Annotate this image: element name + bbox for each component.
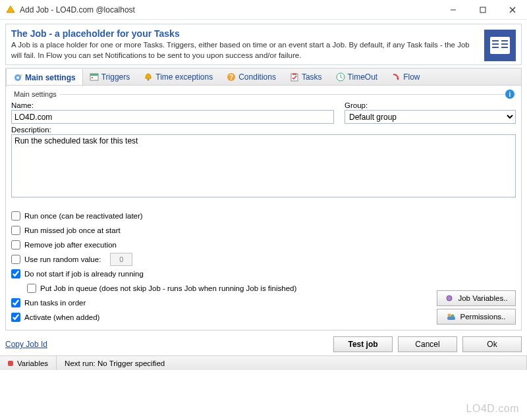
clock-icon	[336, 72, 345, 82]
clipboard-icon	[290, 72, 299, 82]
tabstrip: Main settings Triggers Time exceptions ?…	[5, 68, 522, 85]
description-label: Description:	[11, 126, 51, 134]
use-random-checkbox[interactable]	[11, 255, 20, 264]
svg-text:?: ?	[229, 74, 233, 81]
status-variables[interactable]: Variables	[0, 356, 57, 370]
tab-time-exceptions[interactable]: Time exceptions	[137, 68, 220, 85]
svg-point-5	[16, 76, 19, 79]
fieldset-title: Main settings	[11, 90, 59, 98]
group-label: Group:	[345, 101, 516, 109]
activate-label: Activate (when added)	[24, 313, 99, 321]
tab-conditions[interactable]: ? Conditions	[220, 68, 283, 85]
tab-main-settings[interactable]: Main settings	[6, 69, 83, 86]
app-icon	[5, 5, 16, 15]
tab-flow[interactable]: Flow	[385, 68, 427, 85]
job-book-icon	[484, 30, 516, 61]
question-icon: ?	[227, 72, 236, 82]
header-title: The Job - a placeholder for your Tasks	[11, 28, 516, 39]
random-value-input: 0	[110, 253, 132, 266]
info-icon[interactable]: i	[505, 90, 514, 99]
cancel-button[interactable]: Cancel	[398, 336, 457, 352]
window-controls	[438, 0, 527, 20]
tab-label: Flow	[403, 72, 420, 82]
svg-point-18	[448, 314, 451, 317]
status-dot-icon	[8, 361, 13, 366]
flow-icon	[391, 72, 401, 82]
copy-job-id-link[interactable]: Copy Job Id	[5, 340, 47, 349]
remove-after-label: Remove job after execution	[24, 241, 117, 249]
bell-icon	[144, 72, 153, 82]
watermark: LO4D.com	[466, 403, 519, 415]
use-random-label: Use run random value:	[24, 255, 101, 263]
test-job-button[interactable]: Test job	[333, 336, 393, 352]
svg-point-17	[447, 296, 452, 301]
remove-after-checkbox[interactable]	[11, 240, 20, 249]
tab-label: Main settings	[25, 73, 76, 82]
run-in-order-label: Run tasks in order	[24, 299, 86, 307]
svg-rect-8	[92, 77, 93, 78]
group-select[interactable]: Default group	[345, 110, 516, 124]
run-once-checkbox[interactable]	[11, 211, 20, 221]
window-title: Add Job - LO4D.com @localhost	[20, 5, 438, 14]
name-label: Name:	[11, 101, 334, 109]
tab-label: Triggers	[101, 72, 130, 82]
svg-rect-7	[90, 74, 98, 76]
main-settings-panel: Main settings i Name: Group: Default gro…	[5, 85, 522, 330]
run-once-label: Run once (can be reactivated later)	[24, 212, 143, 220]
ok-button[interactable]: Ok	[462, 336, 522, 352]
run-missed-label: Run missed job once at start	[24, 226, 121, 234]
minimize-button[interactable]	[438, 0, 468, 20]
no-start-if-running-label: Do not start if job is already running	[24, 270, 144, 278]
put-in-queue-checkbox[interactable]	[27, 284, 36, 293]
gear-star-icon	[13, 73, 22, 82]
action-bar: Copy Job Id Test job Cancel Ok	[5, 334, 522, 354]
users-icon	[447, 312, 456, 321]
tab-triggers[interactable]: Triggers	[83, 68, 138, 85]
tab-tasks[interactable]: Tasks	[283, 68, 329, 85]
tab-label: Tasks	[302, 72, 322, 82]
tab-timeout[interactable]: TimeOut	[329, 68, 385, 85]
close-button[interactable]	[497, 0, 527, 20]
tab-label: TimeOut	[348, 72, 378, 82]
tab-label: Conditions	[238, 72, 276, 82]
no-start-if-running-checkbox[interactable]	[11, 269, 20, 278]
svg-rect-13	[292, 73, 296, 75]
variable-icon	[445, 294, 454, 303]
svg-rect-1	[480, 7, 485, 13]
activate-checkbox[interactable]	[11, 313, 20, 322]
maximize-button[interactable]	[468, 0, 497, 20]
statusbar: Variables Next run: No Trigger specified	[0, 355, 527, 370]
svg-point-9	[148, 78, 150, 80]
header-panel: The Job - a placeholder for your Tasks A…	[5, 24, 522, 65]
run-missed-checkbox[interactable]	[11, 226, 20, 235]
run-in-order-checkbox[interactable]	[11, 298, 20, 307]
tab-label: Time exceptions	[155, 72, 213, 82]
titlebar: Add Job - LO4D.com @localhost	[0, 0, 527, 20]
header-description: A Job is a place holder for one or more …	[11, 40, 516, 61]
name-input[interactable]	[11, 110, 334, 124]
svg-rect-20	[447, 317, 455, 320]
status-next-run: Next run: No Trigger specified	[57, 356, 527, 370]
calendar-icon	[90, 72, 99, 82]
permissions-button[interactable]: Permissions..	[437, 309, 516, 325]
description-textarea[interactable]	[11, 134, 516, 197]
put-in-queue-label: Put Job in queue (does not skip Job - ru…	[40, 284, 296, 292]
job-variables-button[interactable]: Job Variables..	[437, 290, 516, 306]
